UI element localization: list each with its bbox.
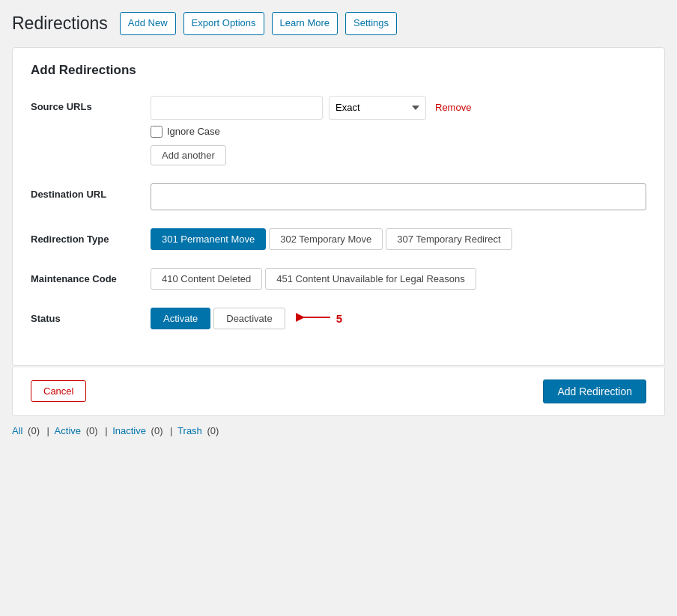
maintenance-code-row: Maintenance Code 410 Content Deleted 451… xyxy=(31,268,646,290)
filter-trash[interactable]: Trash xyxy=(177,425,202,436)
source-urls-label: Source URLs xyxy=(31,96,151,112)
settings-button[interactable]: Settings xyxy=(345,12,397,35)
learn-more-button[interactable]: Learn More xyxy=(272,12,338,35)
ignore-case-label: Ignore Case xyxy=(167,126,220,137)
add-redirection-button[interactable]: Add Redirection xyxy=(543,379,646,403)
add-another-button[interactable]: Add another xyxy=(151,145,226,165)
redirection-type-buttons: 301 Permanent Move 302 Temporary Move 30… xyxy=(151,228,646,250)
maintenance-code-label: Maintenance Code xyxy=(31,268,151,284)
type-451-button[interactable]: 451 Content Unavailable for Legal Reason… xyxy=(265,268,476,290)
bottom-actions: Cancel Add Redirection xyxy=(12,368,665,416)
source-urls-field: Exact Remove Ignore Case Add another xyxy=(151,96,646,165)
activate-button[interactable]: Activate xyxy=(151,308,210,329)
destination-url-input[interactable] xyxy=(151,183,646,210)
type-302-button[interactable]: 302 Temporary Move xyxy=(269,228,383,250)
deactivate-button[interactable]: Deactivate xyxy=(213,308,285,329)
filter-active[interactable]: Active xyxy=(55,425,81,436)
filter-all[interactable]: All xyxy=(12,425,22,436)
match-type-select[interactable]: Exact xyxy=(329,96,426,120)
destination-url-field xyxy=(151,183,646,210)
status-buttons: Activate Deactivate xyxy=(151,308,285,329)
remove-link[interactable]: Remove xyxy=(435,102,471,113)
add-new-button[interactable]: Add New xyxy=(120,12,176,35)
redirection-type-row: Redirection Type 301 Permanent Move 302 … xyxy=(31,228,646,250)
redirection-type-field: 301 Permanent Move 302 Temporary Move 30… xyxy=(151,228,646,250)
sep2: | xyxy=(105,425,110,436)
status-row: Status Activate Deactivate xyxy=(31,308,646,329)
page-header: Redirections Add New Export Options Lear… xyxy=(12,12,665,35)
active-count: (0) xyxy=(86,425,98,436)
status-label: Status xyxy=(31,308,151,324)
source-url-input-row: Exact Remove xyxy=(151,96,646,120)
filter-inactive[interactable]: Inactive xyxy=(112,425,146,436)
destination-url-row: Destination URL xyxy=(31,183,646,210)
annotation-5: 5 xyxy=(336,312,342,325)
all-count: (0) xyxy=(28,425,40,436)
ignore-case-row: Ignore Case xyxy=(151,126,646,138)
type-307-button[interactable]: 307 Temporary Redirect xyxy=(386,228,512,250)
destination-url-label: Destination URL xyxy=(31,183,151,200)
type-301-button[interactable]: 301 Permanent Move xyxy=(151,228,266,250)
arrow-left-5 xyxy=(294,310,332,327)
type-410-button[interactable]: 410 Content Deleted xyxy=(151,268,262,290)
source-urls-row: Source URLs Exact Remove Ignore Case Add… xyxy=(31,96,646,165)
card-title: Add Redirections xyxy=(31,63,646,78)
page-title: Redirections xyxy=(12,13,108,34)
add-redirections-card: Add Redirections Source URLs Exact Remov… xyxy=(12,47,665,366)
filter-bar: All (0) | Active (0) | Inactive (0) | Tr… xyxy=(12,425,665,436)
redirection-type-label: Redirection Type xyxy=(31,228,151,245)
sep3: | xyxy=(170,425,175,436)
trash-count: (0) xyxy=(207,425,219,436)
maintenance-code-field: 410 Content Deleted 451 Content Unavaila… xyxy=(151,268,646,290)
maintenance-code-buttons: 410 Content Deleted 451 Content Unavaila… xyxy=(151,268,646,290)
status-field: Activate Deactivate xyxy=(151,308,646,329)
cancel-button[interactable]: Cancel xyxy=(31,380,86,402)
sep1: | xyxy=(47,425,52,436)
inactive-count: (0) xyxy=(151,425,163,436)
ignore-case-checkbox[interactable] xyxy=(151,126,163,138)
export-options-button[interactable]: Export Options xyxy=(183,12,264,35)
source-url-input[interactable] xyxy=(151,96,323,120)
